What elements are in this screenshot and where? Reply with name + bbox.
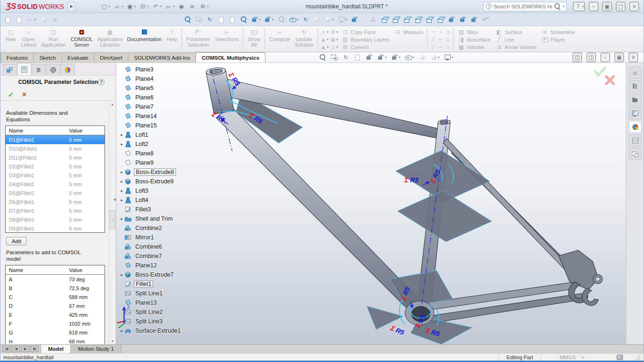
hide-show-items-button[interactable]: ▾ — [405, 54, 414, 61]
print-dropdown-icon[interactable]: ▾ — [147, 5, 149, 8]
tree-item-fillet3[interactable]: Fillet3 — [119, 205, 182, 214]
tree-item-label[interactable]: Plane12 — [134, 262, 158, 269]
tree-item-label[interactable]: Combine2 — [134, 225, 163, 231]
reference-triad-button[interactable] — [370, 16, 377, 23]
parameter-selection-button[interactable]: P⁺Parameter Selection — [184, 27, 212, 49]
display-style-button[interactable]: ▾ — [391, 54, 401, 61]
magnified-selection-button[interactable] — [240, 16, 247, 23]
plot-tool-4-button[interactable]: ╱ — [430, 36, 436, 43]
tree-item-shell-and-trim[interactable]: ▸Shell and Trim — [119, 214, 182, 223]
select-button[interactable]: ▻▾ — [164, 2, 175, 11]
selections-button[interactable]: ▻Selections — [213, 27, 241, 43]
table-row[interactable]: D11@Fillet15 mm — [6, 153, 105, 162]
view-settings-button[interactable]: ▾ — [444, 54, 454, 61]
show-all-button[interactable]: Show All — [245, 27, 262, 49]
tree-item-label[interactable]: Plane4 — [134, 76, 155, 82]
player-button[interactable]: Player — [540, 36, 576, 43]
hide-show-items-dropdown-icon[interactable]: ▾ — [413, 56, 414, 59]
view-orientation-button[interactable]: ▾ — [264, 16, 274, 23]
tree-item-combine2[interactable]: Combine2 — [119, 223, 182, 233]
volume-button[interactable]: ▩Volume — [456, 43, 491, 50]
view-bottom-button[interactable] — [437, 16, 444, 23]
panel-help-icon[interactable]: ? — [98, 79, 105, 85]
tree-item-loft4[interactable]: ▸Loft4 — [119, 195, 182, 205]
surface-button[interactable]: ◧Surface — [494, 28, 537, 35]
plot-tool-1-button[interactable]: ⇀ — [430, 28, 436, 35]
tree-item-label[interactable]: Plane14 — [134, 113, 158, 119]
mesh-shaded-button[interactable]: ▲▾ — [320, 36, 329, 43]
search-icon[interactable] — [553, 3, 561, 10]
documentation-button[interactable]: Documentation — [125, 27, 163, 43]
isosurface-button[interactable]: ◨Isosurface — [456, 36, 491, 43]
tree-item-combine7[interactable]: Combine7 — [119, 251, 182, 261]
tree-item-label[interactable]: Mirror1 — [134, 234, 155, 241]
view-front-button[interactable] — [381, 16, 388, 23]
help-dropdown-icon[interactable]: ▾ — [582, 5, 584, 8]
display-style-dropdown-icon[interactable]: ▾ — [399, 56, 401, 59]
tree-item-split-line3[interactable]: Split Line3 — [119, 317, 182, 326]
appearances-scenes-decals-button[interactable] — [629, 121, 642, 133]
table-row[interactable]: D9@Fillet16 mm — [6, 224, 105, 233]
tree-item-boss-extrude7[interactable]: ▸Boss-Extrude7 — [119, 270, 182, 279]
property-manager-tab[interactable] — [17, 63, 31, 75]
table-row[interactable]: A73 deg — [6, 275, 105, 284]
scrollbar-thumb[interactable]: ≡ — [110, 210, 115, 229]
plot-tool-6-button[interactable]: ⊏ — [445, 36, 451, 43]
view-settings-dropdown-icon[interactable]: ▾ — [452, 56, 454, 59]
tab-sketch[interactable]: Sketch — [33, 53, 62, 63]
table-row[interactable]: D2@Fillet15 mm — [6, 162, 105, 171]
minimize-button[interactable]: – — [589, 2, 598, 11]
minimize-document-button[interactable]: – — [601, 53, 610, 62]
table-row[interactable]: D6@Fillet15 mm — [6, 197, 105, 206]
table-row[interactable]: D67 mm — [6, 301, 105, 310]
tree-item-plane9[interactable]: Plane9 — [119, 158, 182, 167]
view-orientation-dropdown-icon[interactable]: ▾ — [385, 56, 387, 59]
new-document-dropdown-icon[interactable]: ▾ — [108, 5, 110, 8]
view-dimetric-button[interactable] — [459, 16, 467, 23]
close-document-button[interactable]: × — [629, 53, 638, 62]
apply-scene-dropdown-icon[interactable]: ▾ — [438, 56, 440, 59]
graphics-area[interactable]: ΣR5ΣR5ΣR6ΣR5ΣR5ΣR5ΣR5ΣR5ΣR5 Z Plane3Plan… — [116, 63, 626, 344]
mesh-statistics-dropdown-icon[interactable]: ▾ — [336, 45, 338, 49]
solidworks-forum-button[interactable] — [629, 148, 642, 160]
section-view-button[interactable] — [365, 54, 373, 61]
hide-show-items-button[interactable]: ▾ — [289, 16, 299, 23]
view-palette-button[interactable] — [629, 107, 642, 119]
table-row[interactable]: F1032 mm — [6, 319, 105, 328]
plot-tool-2-button[interactable]: ⇁ — [437, 28, 443, 35]
convert-button[interactable]: ⊞Convert — [340, 43, 390, 50]
close-button[interactable]: × — [630, 2, 639, 11]
measure-button[interactable]: ⊟Measure — [393, 28, 425, 35]
table-row[interactable]: B72.5 deg — [6, 284, 105, 292]
edit-appearance-button[interactable] — [313, 16, 321, 23]
copy-face-button[interactable]: ⊡Copy Face — [340, 28, 390, 35]
tree-item-label[interactable]: Boss-Extrude7 — [134, 272, 175, 278]
plot-tool-8-button[interactable]: ⇀ — [437, 43, 443, 50]
units-selector[interactable]: MMGS▴ — [541, 355, 588, 360]
tree-item-fillet1[interactable]: Fillet1 — [119, 279, 182, 289]
tree-item-label[interactable]: Plane3 — [134, 66, 155, 73]
mesh-plot-button[interactable]: ⊞▾ — [330, 28, 338, 35]
custom-properties-button[interactable] — [629, 134, 642, 146]
table-row[interactable]: D10@Fillet15 mm — [6, 144, 105, 153]
comsol-server-button[interactable]: COMSOL Server — [69, 27, 94, 49]
previous-view-button[interactable] — [354, 54, 361, 61]
tree-item-label[interactable]: Split Line2 — [134, 309, 164, 315]
tree-item-label[interactable]: Boss-Extrude9 — [134, 178, 175, 185]
tree-item-mirror1[interactable]: Mirror1 — [119, 233, 182, 242]
undo-dropdown-icon[interactable]: ▾ — [160, 5, 161, 8]
table-row[interactable]: C588 mm — [6, 292, 105, 301]
menu-expand-arrow[interactable]: ▶ — [68, 2, 75, 11]
zoom-in-out-button[interactable] — [278, 16, 285, 23]
table-row[interactable]: D1@Fillet15 mm — [6, 135, 105, 144]
tree-item-label[interactable]: Combine7 — [134, 253, 163, 259]
mesh-plot-dropdown-icon[interactable]: ▾ — [336, 30, 338, 34]
maximize-button[interactable]: □ — [616, 2, 625, 11]
options-button[interactable]: ⚙▾ — [198, 2, 210, 11]
tree-item-label[interactable]: Shell and Trim — [134, 216, 174, 222]
table-row[interactable]: E425 mm — [6, 310, 105, 319]
scroll-first-button[interactable]: |◀ — [2, 346, 11, 352]
tree-item-label[interactable]: Plane9 — [134, 160, 155, 166]
tags-icon[interactable] — [616, 355, 623, 360]
panel-scrollbar[interactable]: ▲ ≡ ▼ — [109, 101, 116, 344]
